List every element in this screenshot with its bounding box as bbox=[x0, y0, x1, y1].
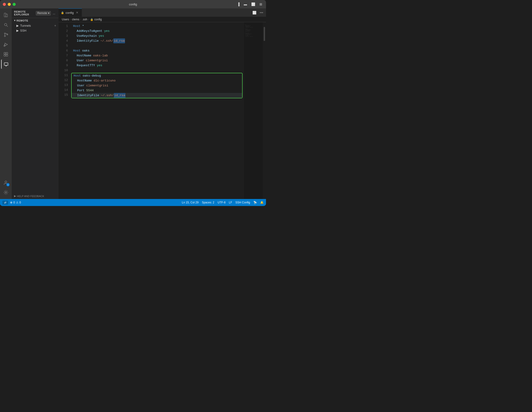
code-line-2: AddKeysToAgent yes bbox=[70, 28, 244, 33]
code-line-7: HostName oaks-lab bbox=[70, 53, 244, 58]
status-bar-right: Ln 15, Col 29 Spaces: 2 UTF-8 LF SSH Con… bbox=[182, 201, 264, 204]
token: 5544 bbox=[86, 88, 94, 93]
sidebar-item-settings[interactable] bbox=[1, 188, 10, 197]
chevron-right-icon: ▶ bbox=[14, 195, 16, 197]
token: User bbox=[74, 83, 86, 88]
status-errors[interactable]: ⊗ 0 ⚠ 0 bbox=[10, 201, 21, 204]
editor-area: 🔒 config × ⬜ ••• Users › clems › .ssh › … bbox=[58, 9, 266, 199]
svg-rect-11 bbox=[4, 52, 6, 54]
more-actions-button[interactable]: ... bbox=[52, 11, 56, 15]
token: id_rsa bbox=[113, 38, 125, 43]
token: Port bbox=[74, 88, 86, 93]
remote-dropdown-label: Remote bbox=[37, 11, 47, 15]
add-tunnel-button[interactable]: + bbox=[54, 24, 56, 27]
svg-point-9 bbox=[4, 46, 5, 47]
remote-dropdown[interactable]: Remote ▾ bbox=[36, 11, 51, 15]
minimap-content: Host * AddKeysToAgent yes UseKeychain ye… bbox=[245, 24, 262, 38]
sidebar-item-source-control[interactable] bbox=[1, 30, 10, 39]
sidebar-item-accounts[interactable]: 1 bbox=[1, 178, 10, 187]
status-eol[interactable]: LF bbox=[229, 201, 232, 204]
token: oaks bbox=[82, 48, 89, 53]
tab-lock-icon: 🔒 bbox=[61, 11, 64, 14]
code-line-4: IdentityFile ~/.ssh/id_rsa bbox=[70, 38, 244, 43]
tree-item-ssh[interactable]: ▶ SSH bbox=[12, 28, 58, 33]
token: UseKeychain bbox=[73, 33, 99, 38]
token: HostName bbox=[74, 78, 94, 83]
svg-rect-12 bbox=[6, 52, 8, 54]
editor-tab-config[interactable]: 🔒 config × bbox=[58, 9, 82, 17]
svg-rect-13 bbox=[4, 55, 6, 56]
remote-status-button[interactable]: ⇄ bbox=[2, 201, 8, 205]
editor-content: 1 2 3 4 5 6 7 8 9 10 11 12 13 14 15 Host… bbox=[58, 22, 266, 199]
warning-count: 0 bbox=[19, 201, 21, 204]
split-editor-icon[interactable]: ⬜ bbox=[250, 2, 256, 7]
sidebar-toggle-icon[interactable]: ▐ bbox=[236, 2, 240, 7]
sidebar: REMOTE EXPLORER Remote ▾ ... ▾ REMOTE ▶ … bbox=[12, 9, 58, 199]
status-notifications-icon[interactable]: 🔔 bbox=[260, 201, 264, 204]
more-editor-actions-button[interactable]: ••• bbox=[259, 10, 264, 15]
token: yes bbox=[104, 28, 110, 33]
activity-bar: 1 bbox=[0, 9, 12, 199]
sidebar-item-explorer[interactable] bbox=[1, 10, 10, 20]
minimize-button[interactable] bbox=[8, 3, 11, 6]
split-editor-button[interactable]: ⬜ bbox=[251, 10, 257, 15]
status-encoding[interactable]: UTF-8 bbox=[218, 201, 226, 204]
status-position[interactable]: Ln 15, Col 29 bbox=[182, 201, 199, 204]
breadcrumb-lock-icon: 🔒 bbox=[90, 18, 94, 21]
token: yes bbox=[99, 33, 104, 38]
code-line-11: Host oaks-debug bbox=[72, 73, 242, 78]
breadcrumb: Users › clems › .ssh › 🔒 config bbox=[58, 17, 266, 22]
activity-bar-bottom: 1 bbox=[1, 178, 10, 199]
token: clementgrisi bbox=[86, 83, 108, 88]
minimap: Host * AddKeysToAgent yes UseKeychain ye… bbox=[244, 22, 263, 199]
tree-item-label: Tunnels bbox=[20, 24, 31, 27]
breadcrumb-clems[interactable]: clems bbox=[72, 18, 79, 21]
token: IdentityFile bbox=[74, 93, 101, 98]
svg-rect-14 bbox=[6, 55, 8, 56]
tab-bar: 🔒 config × ⬜ ••• bbox=[58, 9, 266, 17]
sidebar-item-search[interactable] bbox=[1, 20, 10, 29]
help-feedback-section[interactable]: ▶ HELP AND FEEDBACK bbox=[12, 193, 58, 199]
breadcrumb-config[interactable]: config bbox=[94, 18, 102, 21]
run-debug-icon bbox=[3, 42, 9, 47]
svg-rect-15 bbox=[4, 63, 8, 65]
sidebar-item-run[interactable] bbox=[1, 40, 10, 49]
status-spaces[interactable]: Spaces: 2 bbox=[202, 201, 214, 204]
panel-toggle-icon[interactable]: ▬ bbox=[243, 2, 248, 7]
token: clementgrisi bbox=[86, 58, 108, 63]
svg-rect-0 bbox=[4, 13, 6, 17]
maximize-button[interactable] bbox=[13, 3, 16, 6]
code-line-1: Host * bbox=[70, 24, 244, 28]
highlight-block: Host oaks-debug HostName dlc-articuno Us… bbox=[71, 73, 243, 98]
sidebar-header-actions: Remote ▾ ... bbox=[36, 11, 56, 15]
token: Host bbox=[73, 48, 82, 53]
editor-scrollbar[interactable] bbox=[263, 22, 266, 199]
tab-close-button[interactable]: × bbox=[76, 10, 78, 15]
close-button[interactable] bbox=[3, 3, 6, 6]
svg-point-18 bbox=[5, 181, 7, 183]
tab-bar-actions: ⬜ ••• bbox=[251, 10, 266, 15]
scrollbar-thumb[interactable] bbox=[264, 27, 265, 41]
tree-item-tunnels[interactable]: ▶ Tunnels + bbox=[12, 23, 58, 28]
extensions-icon bbox=[3, 52, 9, 57]
remote-section-label: REMOTE bbox=[17, 19, 28, 22]
token: Host bbox=[74, 73, 83, 78]
remote-section-header[interactable]: ▾ REMOTE bbox=[12, 18, 58, 23]
code-area[interactable]: Host * AddKeysToAgent yes UseKeychain ye… bbox=[70, 22, 244, 199]
layout-icon[interactable]: ⊞ bbox=[258, 2, 263, 7]
status-broadcast-icon[interactable]: 📡 bbox=[253, 201, 257, 204]
svg-point-2 bbox=[4, 23, 7, 26]
code-line-5 bbox=[70, 43, 244, 48]
breadcrumb-users[interactable]: Users bbox=[62, 18, 69, 21]
sidebar-item-remote-explorer[interactable] bbox=[1, 59, 10, 69]
breadcrumb-ssh[interactable]: .ssh bbox=[82, 18, 87, 21]
svg-line-3 bbox=[7, 26, 8, 27]
line-numbers: 1 2 3 4 5 6 7 8 9 10 11 12 13 14 15 bbox=[58, 22, 70, 199]
search-icon bbox=[3, 22, 9, 27]
code-line-12: HostName dlc-articuno bbox=[72, 78, 242, 83]
status-language[interactable]: SSH Config bbox=[235, 201, 250, 204]
token: User bbox=[73, 58, 86, 63]
main-layout: 1 REMOTE EXPLORER Remote ▾ ... ▾ bbox=[0, 9, 266, 199]
sidebar-item-extensions[interactable] bbox=[1, 50, 10, 59]
svg-point-4 bbox=[4, 33, 6, 34]
